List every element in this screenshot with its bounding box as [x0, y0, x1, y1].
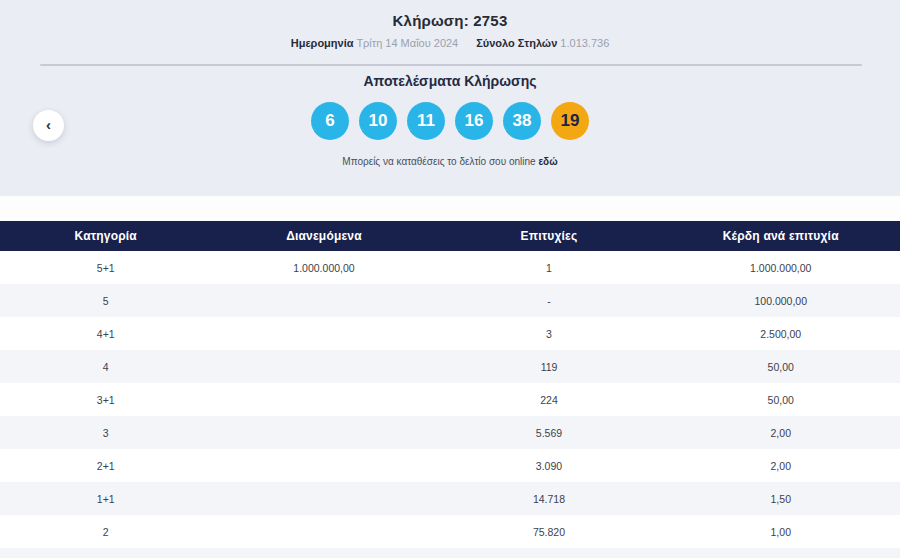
winners-cell: 75.820 [437, 515, 662, 548]
category-cell: 2+1 [0, 449, 212, 482]
total-columns-value: 1.013.736 [560, 37, 609, 49]
number-ball: 10 [359, 102, 397, 140]
winners-cell: 3.090 [437, 449, 662, 482]
distributed-cell [212, 515, 437, 548]
category-cell: 4+1 [0, 317, 212, 350]
chevron-left-icon: ‹ [46, 117, 51, 132]
winners-cell: 3 [437, 317, 662, 350]
category-cell: 3 [0, 416, 212, 449]
table-row: 5+1 1.000.000,00 1 1.000.000,00 [0, 251, 900, 284]
winning-numbers: 6 10 11 16 38 19 [0, 101, 900, 141]
draw-summary-section: Κλήρωση: 2753 Ημερομηνία Τρίτη 14 Μαΐου … [0, 0, 900, 196]
results-title: Αποτελέσματα Κλήρωσης [0, 73, 900, 89]
category-cell: 1+1 [0, 482, 212, 515]
carousel-prev-button[interactable]: ‹ [33, 110, 64, 141]
category-cell: 5+1 [0, 251, 212, 284]
table-row: 3+1 224 50,00 [0, 383, 900, 416]
prizes-table: Κατηγορία Διανεμόμενα Επιτυχίες Κέρδη αν… [0, 221, 900, 548]
prize-cell: 2,00 [662, 449, 900, 482]
next-row-peek [0, 548, 900, 558]
category-cell: 2 [0, 515, 212, 548]
section-gap [0, 196, 900, 221]
winners-cell: 14.718 [437, 482, 662, 515]
total-columns: Σύνολο Στηλών 1.013.736 [476, 37, 609, 49]
number-ball: 6 [311, 102, 349, 140]
distributed-cell [212, 350, 437, 383]
number-ball: 16 [455, 102, 493, 140]
category-cell: 5 [0, 284, 212, 317]
winners-cell: - [437, 284, 662, 317]
number-ball: 38 [503, 102, 541, 140]
divider [40, 64, 862, 66]
draw-date: Ημερομηνία Τρίτη 14 Μαΐου 2024 [291, 37, 459, 49]
prize-cell: 2.500,00 [662, 317, 900, 350]
winners-cell: 1 [437, 251, 662, 284]
distributed-cell: 1.000.000,00 [212, 251, 437, 284]
joker-ball: 19 [551, 102, 589, 140]
column-header-category: Κατηγορία [0, 221, 212, 251]
table-row: 5 - 100.000,00 [0, 284, 900, 317]
prize-cell: 1.000.000,00 [662, 251, 900, 284]
winners-cell: 5.569 [437, 416, 662, 449]
number-ball: 11 [407, 102, 445, 140]
online-note-link[interactable]: εδώ [538, 156, 557, 167]
prize-cell: 2,00 [662, 416, 900, 449]
table-row: 2+1 3.090 2,00 [0, 449, 900, 482]
prize-cell: 1,50 [662, 482, 900, 515]
distributed-cell [212, 317, 437, 350]
column-header-distributed: Διανεμόμενα [212, 221, 437, 251]
distributed-cell [212, 383, 437, 416]
table-row: 2 75.820 1,00 [0, 515, 900, 548]
online-note-text: Μπορείς να καταθέσεις το δελτίο σου onli… [342, 156, 535, 167]
total-columns-label: Σύνολο Στηλών [476, 37, 557, 49]
distributed-cell [212, 482, 437, 515]
prize-cell: 100.000,00 [662, 284, 900, 317]
draw-date-label: Ημερομηνία [291, 37, 354, 49]
distributed-cell [212, 284, 437, 317]
column-header-winners: Επιτυχίες [437, 221, 662, 251]
online-note: Μπορείς να καταθέσεις το δελτίο σου onli… [0, 156, 900, 167]
prize-cell: 50,00 [662, 383, 900, 416]
table-row: 4+1 3 2.500,00 [0, 317, 900, 350]
distributed-cell [212, 416, 437, 449]
table-row: 4 119 50,00 [0, 350, 900, 383]
column-header-prize: Κέρδη ανά επιτυχία [662, 221, 900, 251]
category-cell: 4 [0, 350, 212, 383]
draw-date-value: Τρίτη 14 Μαΐου 2024 [356, 37, 458, 49]
winners-cell: 224 [437, 383, 662, 416]
draw-title: Κλήρωση: 2753 [0, 0, 900, 29]
prize-cell: 1,00 [662, 515, 900, 548]
table-header-row: Κατηγορία Διανεμόμενα Επιτυχίες Κέρδη αν… [0, 221, 900, 251]
winners-cell: 119 [437, 350, 662, 383]
prize-cell: 50,00 [662, 350, 900, 383]
distributed-cell [212, 449, 437, 482]
table-row: 3 5.569 2,00 [0, 416, 900, 449]
category-cell: 3+1 [0, 383, 212, 416]
draw-meta: Ημερομηνία Τρίτη 14 Μαΐου 2024Σύνολο Στη… [0, 37, 900, 49]
table-row: 1+1 14.718 1,50 [0, 482, 900, 515]
